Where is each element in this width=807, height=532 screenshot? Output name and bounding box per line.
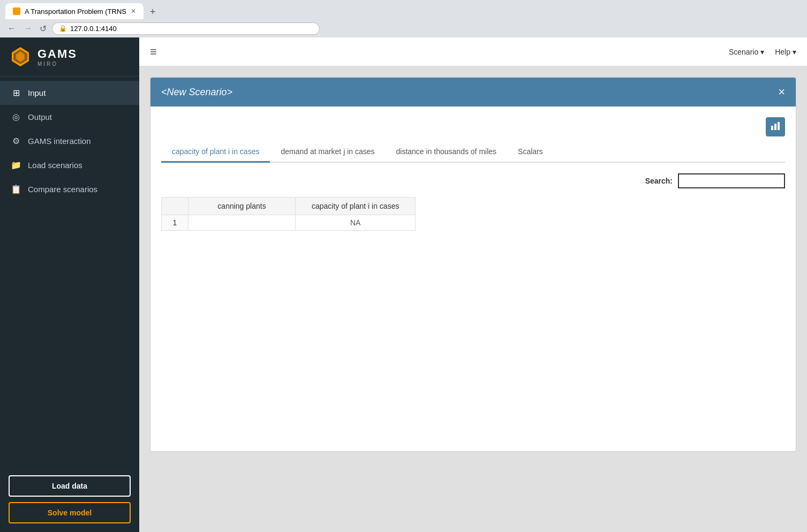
load-data-button[interactable]: Load data bbox=[9, 475, 131, 497]
help-dropdown-button[interactable]: Help ▾ bbox=[775, 48, 796, 56]
modal-body: capacity of plant i in cases demand at m… bbox=[150, 107, 796, 241]
gams-logo-icon bbox=[9, 45, 32, 69]
scenario-dropdown-button[interactable]: Scenario ▾ bbox=[729, 48, 764, 56]
sidebar-item-label: Output bbox=[28, 112, 52, 121]
sidebar-item-compare-scenarios[interactable]: 📋 Compare scenarios bbox=[0, 177, 139, 201]
modal: <New Scenario> × bbox=[150, 77, 796, 452]
table-cell-capacity[interactable]: NA bbox=[296, 215, 416, 231]
reload-button[interactable]: ↺ bbox=[37, 22, 49, 35]
input-icon: ⊞ bbox=[11, 88, 21, 98]
forward-button[interactable]: → bbox=[21, 22, 34, 34]
sidebar-item-label: Load scenarios bbox=[28, 161, 82, 170]
sidebar-action-buttons: Load data Solve model bbox=[0, 467, 139, 532]
table-cell-index: 1 bbox=[162, 215, 188, 231]
tab-close-icon[interactable]: ✕ bbox=[131, 7, 136, 15]
new-tab-button[interactable]: + bbox=[145, 4, 161, 20]
address-text: 127.0.0.1:4140 bbox=[70, 25, 117, 33]
sidebar-nav: ⊞ Input ◎ Output ⚙ GAMS interaction 📁 Lo… bbox=[0, 77, 139, 467]
svg-rect-5 bbox=[778, 122, 780, 130]
sidebar-item-input[interactable]: ⊞ Input bbox=[0, 81, 139, 105]
tab-favicon bbox=[13, 7, 20, 15]
output-icon: ◎ bbox=[11, 112, 21, 122]
sidebar: GAMS MIRO ⊞ Input ◎ Output ⚙ GAMS intera… bbox=[0, 37, 139, 532]
browser-tab-active[interactable]: A Transportation Problem (TRNS ✕ bbox=[5, 3, 144, 19]
tab-scalars[interactable]: Scalars bbox=[507, 142, 554, 163]
table-index-header bbox=[162, 197, 188, 215]
scenario-chevron-icon: ▾ bbox=[760, 48, 764, 56]
logo-sub: MIRO bbox=[37, 61, 77, 67]
sidebar-item-load-scenarios[interactable]: 📁 Load scenarios bbox=[0, 153, 139, 177]
help-chevron-icon: ▾ bbox=[793, 48, 796, 56]
hamburger-menu-button[interactable]: ≡ bbox=[150, 45, 157, 59]
solve-model-button[interactable]: Solve model bbox=[9, 502, 131, 523]
chart-bar-icon bbox=[770, 120, 781, 134]
browser-chrome: A Transportation Problem (TRNS ✕ + ← → ↺… bbox=[0, 0, 807, 37]
search-row: Search: bbox=[161, 173, 785, 188]
data-table: canning plants capacity of plant i in ca… bbox=[161, 197, 416, 231]
table-col-canning-plants: canning plants bbox=[188, 197, 296, 215]
search-input[interactable] bbox=[678, 173, 785, 188]
modal-title: <New Scenario> bbox=[161, 87, 232, 98]
modal-header: <New Scenario> × bbox=[150, 78, 796, 107]
compare-icon: 📋 bbox=[11, 184, 21, 194]
main-area: ≡ Scenario ▾ Help ▾ <New Scenario> × bbox=[139, 37, 807, 532]
content-area: <New Scenario> × bbox=[139, 66, 807, 532]
table-row: 1 NA bbox=[162, 215, 416, 231]
gams-icon: ⚙ bbox=[11, 136, 21, 146]
chart-view-button[interactable] bbox=[766, 117, 785, 136]
address-bar[interactable]: 🔒 127.0.0.1:4140 bbox=[52, 22, 320, 35]
tabs-container: capacity of plant i in cases demand at m… bbox=[161, 142, 785, 163]
folder-icon: 📁 bbox=[11, 160, 21, 170]
sidebar-item-label: Compare scenarios bbox=[28, 185, 97, 194]
svg-rect-3 bbox=[771, 126, 773, 130]
sidebar-item-gams-interaction[interactable]: ⚙ GAMS interaction bbox=[0, 129, 139, 153]
back-button[interactable]: ← bbox=[5, 22, 18, 34]
sidebar-item-output[interactable]: ◎ Output bbox=[0, 105, 139, 129]
sidebar-item-label: Input bbox=[28, 88, 46, 97]
logo-text: GAMS bbox=[37, 47, 77, 61]
tab-capacity[interactable]: capacity of plant i in cases bbox=[161, 142, 270, 163]
sidebar-item-label: GAMS interaction bbox=[28, 136, 91, 146]
sidebar-logo: GAMS MIRO bbox=[0, 37, 139, 77]
svg-rect-4 bbox=[774, 124, 776, 130]
table-cell-canning-plants[interactable] bbox=[188, 215, 296, 231]
search-label: Search: bbox=[645, 177, 673, 185]
table-container: canning plants capacity of plant i in ca… bbox=[161, 197, 785, 231]
top-bar: ≡ Scenario ▾ Help ▾ bbox=[139, 37, 807, 66]
modal-close-button[interactable]: × bbox=[778, 85, 785, 99]
tab-demand[interactable]: demand at market j in cases bbox=[270, 142, 385, 163]
tab-distance[interactable]: distance in thousands of miles bbox=[386, 142, 508, 163]
lock-icon: 🔒 bbox=[59, 25, 67, 32]
modal-toolbar bbox=[161, 117, 785, 136]
table-col-capacity: capacity of plant i in cases bbox=[296, 197, 416, 215]
tab-title: A Transportation Problem (TRNS bbox=[25, 7, 126, 16]
